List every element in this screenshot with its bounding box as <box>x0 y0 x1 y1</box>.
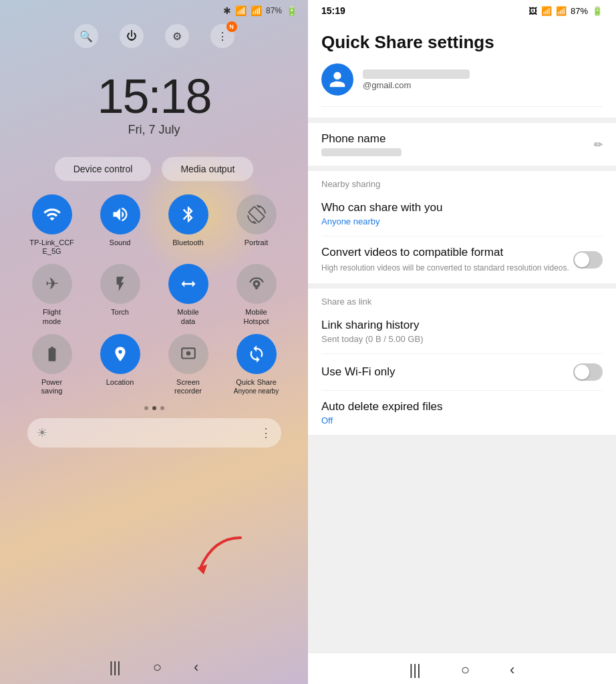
phone-name-blurred <box>321 148 402 156</box>
bluetooth-tile-icon[interactable] <box>168 194 208 234</box>
phone-name-row[interactable]: Phone name ✏ <box>321 123 603 166</box>
tile-wifi: TP-Link_CCFE_5G <box>22 194 82 256</box>
wifi-status-icon: 📶 <box>235 5 247 16</box>
convert-videos-row[interactable]: Convert videos to compatible format High… <box>321 236 603 283</box>
convert-videos-title: Convert videos to compatible format <box>321 246 573 259</box>
location-tile-label: Location <box>106 378 134 387</box>
link-sharing-history-row[interactable]: Link sharing history Sent today (0 B / 5… <box>321 309 603 354</box>
account-info: @gmail.com <box>363 69 470 90</box>
tile-torch: Torch <box>90 264 150 325</box>
nav-bar-right: ||| ○ ‹ <box>308 653 616 684</box>
phone-name-section: Phone name ✏ <box>308 123 616 166</box>
top-icons-row: 🔍 ⏻ ⚙ ⋮ N <box>0 19 308 59</box>
signal-icon: 📶 <box>251 5 262 16</box>
screen-recorder-tile-icon[interactable] <box>168 334 208 374</box>
torch-tile-icon[interactable] <box>100 264 140 304</box>
dot-3 <box>160 406 164 410</box>
portrait-tile-icon[interactable] <box>237 194 277 234</box>
hotspot-tile-label: MobileHotspot <box>244 308 269 325</box>
share-as-link-label: Share as link <box>321 289 603 309</box>
account-avatar <box>321 63 353 96</box>
phone-name-left: Phone name <box>321 132 402 156</box>
quick-share-tile-label: Quick ShareAnyone nearby <box>234 378 279 395</box>
use-wifi-toggle[interactable] <box>573 363 603 381</box>
auto-delete-value: Off <box>321 415 603 425</box>
nav-home-right[interactable]: ○ <box>461 661 470 679</box>
nav-home-left[interactable]: ○ <box>153 659 162 676</box>
battery-icon-left: 🔋 <box>286 5 297 16</box>
tile-sound: Sound <box>90 194 150 256</box>
signal-icon-right: 📶 <box>556 6 567 16</box>
bluetooth-tile-label: Bluetooth <box>172 238 203 247</box>
location-tile-icon[interactable] <box>100 334 140 374</box>
quick-tiles-grid: TP-Link_CCFE_5G Sound Bluetooth Portrait… <box>22 194 287 395</box>
clock-area: 15:18 Fri, 7 July <box>97 72 210 137</box>
tile-portrait: Portrait <box>226 194 287 256</box>
link-sharing-subtitle: Sent today (0 B / 5.00 GB) <box>321 334 603 344</box>
mobile-data-tile-icon[interactable] <box>168 264 208 304</box>
nav-recent-left[interactable]: ||| <box>110 659 121 676</box>
settings-header: Quick Share settings @gmail.com <box>308 19 616 118</box>
tile-mobile-data: Mobiledata <box>158 264 218 325</box>
sound-tile-icon[interactable] <box>100 194 140 234</box>
clock-time: 15:18 <box>97 72 210 120</box>
wifi-tile-icon[interactable] <box>32 194 72 234</box>
device-control-button[interactable]: Device control <box>55 157 152 181</box>
convert-videos-desc: High resolution videos will be converted… <box>321 263 573 274</box>
nav-back-left[interactable]: ‹ <box>194 659 198 676</box>
use-wifi-text: Use Wi-Fi only <box>321 365 573 379</box>
tile-screen-recorder: Screenrecorder <box>158 334 218 395</box>
nearby-sharing-label: Nearby sharing <box>321 171 603 192</box>
power-saving-tile-label: Powersaving <box>41 378 63 395</box>
screen-recorder-tile-label: Screenrecorder <box>174 378 202 395</box>
notification-button[interactable]: ⋮ N <box>210 24 235 48</box>
link-sharing-text: Link sharing history Sent today (0 B / 5… <box>321 319 603 344</box>
search-button[interactable]: 🔍 <box>74 24 98 48</box>
hotspot-tile-icon[interactable] <box>237 264 277 304</box>
photo-icon-right: 🖼 <box>528 6 537 16</box>
left-panel: ✱ 📶 📶 87% 🔋 🔍 ⏻ ⚙ ⋮ N 15:18 Fri, 7 July … <box>0 0 308 684</box>
power-saving-tile-icon[interactable] <box>32 334 72 374</box>
clock-date: Fri, 7 July <box>97 123 210 137</box>
use-wifi-row[interactable]: Use Wi-Fi only <box>321 354 603 391</box>
wifi-icon-right: 📶 <box>541 6 552 16</box>
use-wifi-title: Use Wi-Fi only <box>321 365 573 379</box>
edit-phone-name-icon[interactable]: ✏ <box>594 138 603 151</box>
nearby-sharing-section: Nearby sharing Who can share with you An… <box>308 171 616 283</box>
who-can-share-value: Anyone nearby <box>321 216 603 226</box>
torch-tile-label: Torch <box>111 308 129 317</box>
wifi-tile-label: TP-Link_CCFE_5G <box>29 238 74 256</box>
dot-1 <box>144 406 148 410</box>
device-media-row: Device control Media output <box>55 157 254 181</box>
flight-tile-label: Flightmode <box>43 308 61 325</box>
settings-title: Quick Share settings <box>321 32 603 53</box>
status-bar-left: ✱ 📶 📶 87% 🔋 <box>0 0 308 19</box>
bluetooth-status-icon: ✱ <box>223 5 231 16</box>
tile-location: Location <box>90 334 150 395</box>
sun-icon: ☀ <box>37 425 47 440</box>
convert-videos-text: Convert videos to compatible format High… <box>321 246 573 274</box>
link-sharing-section: Share as link Link sharing history Sent … <box>308 289 616 435</box>
nav-recent-right[interactable]: ||| <box>410 661 421 679</box>
convert-videos-toggle[interactable] <box>573 251 603 269</box>
status-bar-right: 15:19 🖼 📶 📶 87% 🔋 <box>308 0 616 19</box>
nav-back-right[interactable]: ‹ <box>510 661 514 679</box>
auto-delete-row[interactable]: Auto delete expired files Off <box>321 391 603 435</box>
media-output-button[interactable]: Media output <box>162 157 253 181</box>
settings-button[interactable]: ⚙ <box>165 24 189 48</box>
nav-bar-left: ||| ○ ‹ <box>0 651 308 684</box>
account-email: @gmail.com <box>363 80 470 90</box>
who-can-share-text: Who can share with you Anyone nearby <box>321 201 603 226</box>
right-panel: 15:19 🖼 📶 📶 87% 🔋 Quick Share settings @… <box>308 0 616 684</box>
search-menu-icon[interactable]: ⋮ <box>260 425 272 440</box>
quick-share-tile-icon[interactable] <box>237 334 277 374</box>
flight-tile-icon[interactable]: ✈ <box>32 264 72 304</box>
settings-content: Quick Share settings @gmail.com Phone na… <box>308 19 616 653</box>
search-bar[interactable]: ☀ ⋮ <box>27 418 281 448</box>
battery-right: 87% <box>571 6 588 16</box>
auto-delete-text: Auto delete expired files Off <box>321 400 603 425</box>
who-can-share-row[interactable]: Who can share with you Anyone nearby <box>321 192 603 236</box>
portrait-tile-label: Portrait <box>245 238 268 247</box>
account-row[interactable]: @gmail.com <box>321 63 603 107</box>
power-button[interactable]: ⏻ <box>120 24 144 48</box>
